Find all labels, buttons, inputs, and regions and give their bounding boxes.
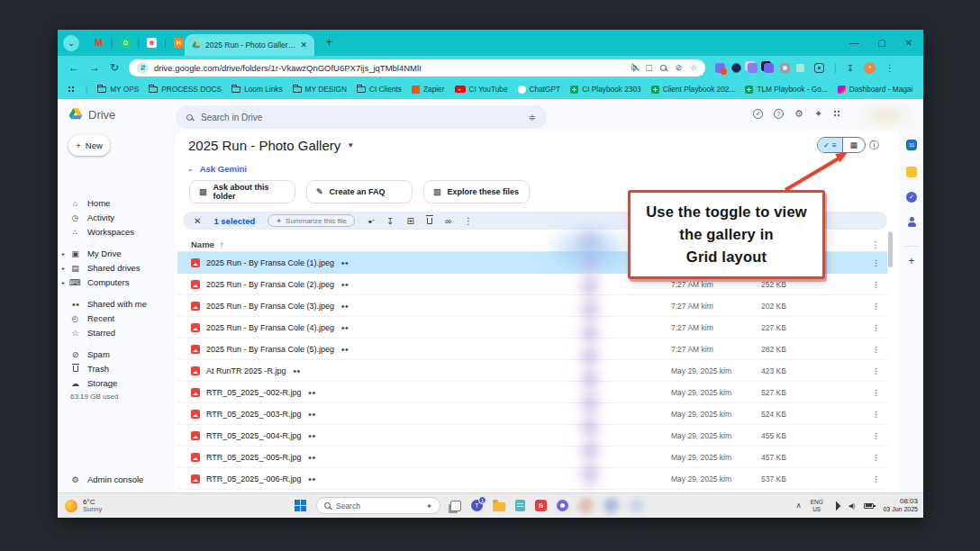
downloads-icon[interactable]: ↧ — [847, 63, 854, 73]
sidebar-item-recent[interactable]: ◴Recent — [70, 313, 114, 323]
ask-gemini-section[interactable]: ⌄ Ask Gemini — [187, 164, 247, 174]
bookmark-my-design[interactable]: MY DESIGN — [293, 85, 347, 94]
get-link-icon[interactable]: ∞ — [445, 216, 451, 226]
gemini-sparkle-icon[interactable]: ✦ — [814, 108, 822, 120]
forward-icon[interactable]: → — [89, 62, 100, 73]
row-more-icon[interactable]: ⋮ — [872, 366, 880, 375]
zoom-icon[interactable] — [660, 65, 667, 71]
browser-menu-icon[interactable]: ⋮ — [885, 63, 894, 73]
sidebar-item-computers[interactable]: ▸⌨Computers — [70, 277, 129, 287]
row-more-icon[interactable]: ⋮ — [872, 474, 880, 483]
ask-about-folder-button[interactable]: ▤Ask about this folder — [189, 180, 295, 203]
extension-icon-1[interactable] — [715, 63, 725, 73]
profile-avatar[interactable]: ✦ — [864, 62, 876, 74]
summarize-file-button[interactable]: ✦Summarize this file — [268, 214, 354, 227]
sidebar-item-storage[interactable]: ☁Storage — [70, 378, 117, 388]
add-apps-icon[interactable]: + — [908, 255, 914, 267]
active-tab[interactable]: 2025 Run - Photo Gallery - Goo ✕ — [185, 34, 314, 56]
send-to-device-icon[interactable]: ▢ — [645, 63, 653, 72]
google-apps-icon[interactable] — [833, 110, 841, 118]
table-row[interactable]: 2025 Run - By Fransa Cole (3).jpeg ☻☻ 7:… — [177, 295, 887, 317]
sidebar-item-admin-console[interactable]: ⚙Admin console — [70, 474, 143, 484]
whatsapp-pinned-tab[interactable] — [113, 38, 138, 48]
sidebar-item-shared-drives[interactable]: ▸▤Shared drives — [70, 263, 141, 273]
url-text[interactable]: drive.google.com/drive/folders/1r-VkawzQ… — [154, 63, 422, 73]
grid-layout-button[interactable]: ▦ — [843, 138, 865, 152]
new-tab-button[interactable]: + — [326, 36, 332, 49]
scribe-app-icon[interactable]: S — [535, 500, 547, 511]
extension-icon-4[interactable] — [764, 63, 774, 73]
row-more-icon[interactable]: ⋮ — [872, 280, 880, 289]
more-actions-icon[interactable]: ⋮ — [464, 216, 473, 226]
row-more-icon[interactable]: ⋮ — [872, 323, 880, 332]
extensions-puzzle-icon[interactable] — [814, 63, 824, 73]
teams-icon[interactable]: T1 — [471, 500, 483, 511]
explore-files-button[interactable]: ▥Explore these files — [423, 180, 530, 203]
maximize-button[interactable]: ▢ — [877, 38, 885, 48]
drive-search-input[interactable]: Search in Drive ≑ — [176, 105, 547, 129]
file-explorer-icon[interactable] — [493, 502, 505, 511]
row-more-icon[interactable]: ⋮ — [872, 453, 880, 462]
column-options-icon[interactable]: ⋮ — [872, 239, 881, 249]
site-info-icon[interactable]: ⇵ — [137, 62, 149, 74]
sidebar-item-trash[interactable]: Trash — [70, 364, 109, 374]
layout-toggle[interactable]: ✓≡ ▦ — [817, 137, 866, 153]
volume-icon[interactable]: ◀) — [848, 502, 856, 510]
name-column-header[interactable]: Name — [191, 239, 214, 249]
sidebar-item-workspaces[interactable]: ∴Workspaces — [70, 227, 134, 237]
taskbar-search[interactable]: Search ✦ — [316, 497, 440, 514]
table-row[interactable]: RTR_05_2025_-003-R.jpg ☻☻ May 29, 2025 k… — [177, 403, 887, 425]
help-icon[interactable]: ? — [774, 109, 784, 119]
tab-close-icon[interactable]: ✕ — [300, 41, 307, 50]
bookmark-my-ops[interactable]: MY OPS — [97, 85, 139, 94]
share-icon[interactable]: ☻⁺ — [368, 218, 374, 224]
bookmark-loom-links[interactable]: Loom Links — [231, 85, 282, 94]
row-more-icon[interactable]: ⋮ — [872, 388, 880, 397]
settings-gear-icon[interactable]: ⚙ — [794, 108, 803, 120]
table-row[interactable]: RTR_05_2025_-004-R.jpg ☻☻ May 29, 2025 k… — [177, 425, 887, 447]
table-row[interactable]: 2025 Run - By Fransa Cole (4).jpeg ☻☻ 7:… — [177, 317, 887, 339]
expand-icon[interactable]: ▸ — [62, 265, 65, 271]
sidebar-item-starred[interactable]: ☆Starred — [70, 328, 115, 338]
row-more-icon[interactable]: ⋮ — [872, 345, 880, 354]
bookmark-ci-youtube[interactable]: ▸CI YouTube — [455, 85, 508, 94]
download-icon[interactable]: ↧ — [386, 216, 394, 226]
list-layout-button[interactable]: ✓≡ — [818, 138, 843, 152]
apps-grid-icon[interactable] — [68, 86, 76, 94]
expand-icon[interactable]: ▸ — [62, 279, 65, 285]
expand-icon[interactable]: ▸ — [62, 250, 65, 257]
extension-icon-5[interactable] — [780, 63, 790, 73]
task-view-icon[interactable] — [450, 501, 461, 511]
advanced-search-icon[interactable]: ≑ — [529, 113, 536, 122]
details-info-icon[interactable]: ⓘ — [869, 139, 879, 152]
eye-off-icon[interactable]: ⊘ — [675, 63, 682, 72]
extension-icon-3[interactable] — [748, 63, 758, 73]
table-row[interactable]: RTR_05_2025_-005-R.jpg ☻☻ May 29, 2025 k… — [177, 447, 887, 468]
drive-logo[interactable]: Drive — [68, 107, 115, 122]
back-icon[interactable]: ← — [68, 62, 79, 73]
bookmark-star-icon[interactable]: ☆ — [690, 63, 697, 72]
bookmark-client-playbook[interactable]: Client Playbook 202... — [651, 85, 736, 94]
move-to-folder-icon[interactable]: ⊞ — [407, 216, 414, 226]
calendar-icon[interactable]: 31 — [906, 140, 917, 150]
table-row[interactable]: RTR_05_2025_-002-R.jpg ☻☻ May 29, 2025 k… — [177, 382, 887, 403]
create-faq-button[interactable]: ✎Create an FAQ — [306, 180, 413, 203]
bookmark-ci-clients[interactable]: CI Clients — [357, 85, 402, 94]
bookmark-ci-playbook[interactable]: CI Playbook 2303 — [570, 85, 641, 94]
close-button[interactable]: ✕ — [905, 38, 912, 48]
tasks-icon[interactable]: ✓ — [906, 192, 917, 203]
wifi-icon[interactable] — [830, 501, 840, 510]
url-bar[interactable]: ⇵ drive.google.com/drive/folders/1r-Vkaw… — [129, 59, 705, 77]
keep-icon[interactable] — [906, 167, 917, 177]
folder-title[interactable]: 2025 Run - Photo Gallery▼ — [188, 138, 354, 153]
table-row[interactable]: At RunTR 2025 -R.jpg ☻☻ May 29, 2025 kim… — [177, 360, 887, 382]
extension-icon-2[interactable] — [731, 63, 741, 73]
gmail-pinned-tab[interactable]: M — [86, 38, 111, 48]
minimize-button[interactable]: — — [849, 38, 858, 48]
bookmark-zapier[interactable]: Zapier — [412, 85, 445, 94]
loom-app-icon[interactable] — [557, 500, 568, 511]
blurred-app-icon[interactable] — [629, 498, 644, 513]
clear-selection-icon[interactable]: ✕ — [194, 216, 201, 226]
row-more-icon[interactable]: ⋮ — [872, 302, 880, 311]
table-row[interactable]: 2025 Run - By Fransa Cole (5).jpeg ☻☻ 7:… — [177, 339, 887, 360]
